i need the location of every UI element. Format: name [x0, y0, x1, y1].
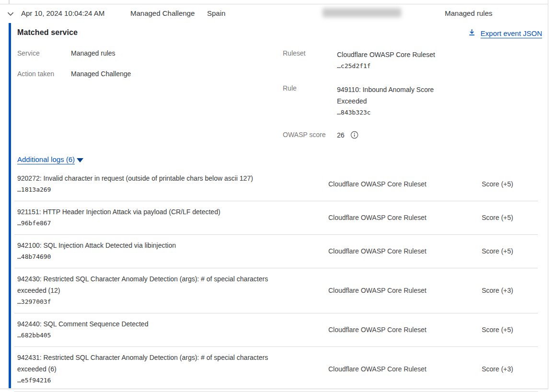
event-action: Managed Challenge — [130, 9, 195, 17]
log-rule-hash: …e5f94216 — [17, 375, 292, 386]
log-rule-hash: …682bb405 — [17, 330, 292, 341]
log-rule-description: 942430: Restricted SQL Character Anomaly… — [17, 273, 292, 296]
additional-logs-toggle[interactable]: Additional logs (6) — [17, 155, 75, 163]
field-label: Service — [17, 49, 71, 58]
field-owasp-score: OWASP score 26 — [283, 130, 542, 139]
log-row: 921151: HTTP Header Injection Attack via… — [14, 201, 538, 235]
log-ruleset-name: Cloudflare OWASP Core Ruleset — [328, 326, 463, 334]
log-rule-hash: …48b74690 — [17, 251, 292, 263]
field-service: Service Managed rules — [17, 49, 283, 58]
log-ruleset-name: Cloudflare OWASP Core Ruleset — [328, 365, 463, 373]
log-rule-hash: …1813a269 — [17, 184, 292, 196]
log-score-badge: Score (+5) — [482, 180, 513, 188]
event-detail-panel: Matched service Export event JSON — [0, 23, 548, 389]
matched-service-title: Matched service — [17, 28, 78, 37]
matched-service-fields: Service Managed rules Action taken Manag… — [17, 49, 542, 151]
row-divider-remnant — [9, 0, 10, 4]
event-row-header[interactable]: Apr 10, 2024 10:04:24 AM Managed Challen… — [0, 4, 548, 23]
field-value: Managed Challenge — [71, 69, 131, 79]
collapse-row-button[interactable] — [6, 10, 15, 19]
ruleset-id-hash: …c25d2f1f — [337, 60, 435, 72]
field-label: Action taken — [17, 69, 71, 79]
log-row: 942440: SQL Comment Sequence Detected …6… — [14, 313, 538, 347]
log-score-badge: Score (+3) — [482, 365, 513, 373]
log-ruleset-name: Cloudflare OWASP Core Ruleset — [328, 247, 463, 255]
ruleset-name: Cloudflare OWASP Core Ruleset — [337, 49, 435, 60]
field-label: OWASP score — [283, 130, 337, 139]
info-circle-icon[interactable] — [350, 131, 359, 139]
log-row: 942430: Restricted SQL Character Anomaly… — [14, 268, 538, 313]
chevron-down-icon — [6, 12, 15, 20]
export-event-json-link[interactable]: Export event JSON — [468, 28, 542, 38]
event-timestamp: Apr 10, 2024 10:04:24 AM — [21, 9, 104, 17]
owasp-score-value: 26 — [337, 131, 345, 139]
log-score-badge: Score (+5) — [482, 247, 513, 255]
caret-down-icon[interactable] — [77, 158, 83, 162]
download-icon — [468, 28, 476, 38]
log-ruleset-name: Cloudflare OWASP Core Ruleset — [328, 214, 463, 221]
export-event-json-label: Export event JSON — [481, 29, 542, 37]
log-score-badge: Score (+5) — [482, 214, 513, 221]
log-row: 942100: SQL Injection Attack Detected vi… — [14, 235, 538, 268]
redacted-hostname — [323, 8, 401, 17]
log-rule-hash: …3297003f — [17, 296, 292, 308]
event-country: Spain — [207, 9, 225, 17]
field-rule: Rule 949110: Inbound Anomaly Score Excee… — [283, 84, 542, 118]
field-label: Ruleset — [283, 49, 337, 72]
log-ruleset-name: Cloudflare OWASP Core Ruleset — [328, 287, 463, 294]
log-ruleset-name: Cloudflare OWASP Core Ruleset — [328, 180, 463, 188]
event-service: Managed rules — [445, 9, 492, 17]
field-action-taken: Action taken Managed Challenge — [17, 69, 283, 79]
log-rule-hash: …96bfe867 — [17, 218, 292, 229]
rule-name: 949110: Inbound Anomaly Score Exceeded — [337, 84, 452, 107]
log-rule-description: 942440: SQL Comment Sequence Detected — [17, 318, 292, 330]
field-ruleset: Ruleset Cloudflare OWASP Core Ruleset …c… — [283, 49, 542, 72]
log-rule-description: 942431: Restricted SQL Character Anomaly… — [17, 352, 292, 375]
log-rule-description: 942100: SQL Injection Attack Detected vi… — [17, 240, 292, 251]
log-rule-description: 921151: HTTP Header Injection Attack via… — [17, 206, 292, 218]
field-label: Rule — [283, 84, 337, 118]
rule-id-hash: …843b323c — [337, 107, 452, 118]
security-event-expanded-row: Apr 10, 2024 10:04:24 AM Managed Challen… — [0, 0, 548, 389]
log-rule-description: 920272: Invalid character in request (ou… — [17, 173, 292, 184]
field-value: Managed rules — [71, 49, 116, 58]
log-score-badge: Score (+3) — [482, 287, 513, 294]
log-row: 920272: Invalid character in request (ou… — [14, 168, 538, 201]
additional-logs-list: 920272: Invalid character in request (ou… — [14, 168, 538, 392]
log-score-badge: Score (+5) — [482, 326, 513, 334]
expanded-accent-bar — [9, 23, 11, 388]
log-row: 942431: Restricted SQL Character Anomaly… — [14, 347, 538, 392]
